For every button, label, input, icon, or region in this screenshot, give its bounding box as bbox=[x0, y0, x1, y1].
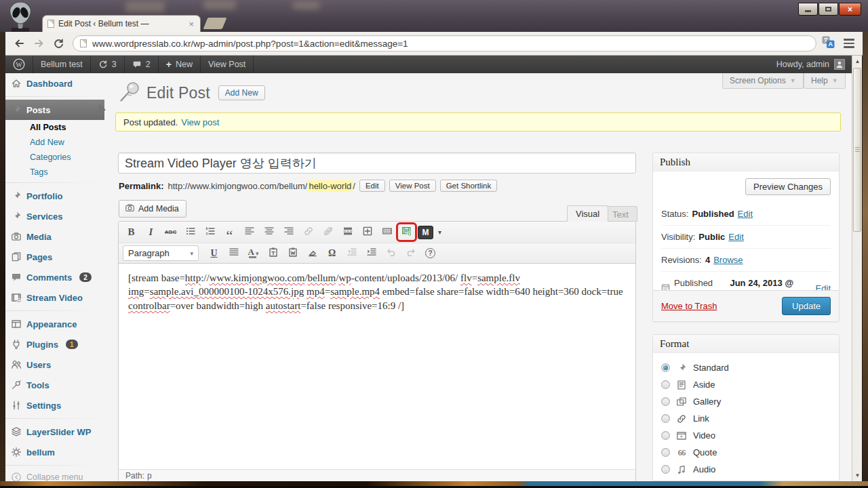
reload-icon[interactable] bbox=[53, 38, 64, 49]
back-icon[interactable] bbox=[14, 38, 25, 49]
sidebar-item-services[interactable]: Services bbox=[5, 206, 104, 226]
sidebar-item-tools[interactable]: Tools bbox=[5, 375, 104, 395]
sidebar-item-layerslider-wp[interactable]: LayerSlider WP bbox=[5, 422, 104, 442]
view-post-menu[interactable]: View Post bbox=[201, 56, 254, 73]
sidebar-item-posts[interactable]: Posts bbox=[5, 100, 104, 120]
radio-video[interactable] bbox=[661, 431, 670, 440]
page-scrollbar[interactable]: ▲ ▼ bbox=[852, 56, 862, 481]
minimize-button[interactable] bbox=[798, 3, 818, 16]
sidebar-item-tags[interactable]: Tags bbox=[5, 165, 104, 180]
view-post-link[interactable]: View post bbox=[181, 117, 219, 127]
sidebar-item-settings[interactable]: Settings bbox=[5, 395, 104, 415]
shortcodes-m-button[interactable]: M bbox=[418, 226, 433, 239]
align-left-button[interactable] bbox=[241, 224, 258, 240]
account-menu[interactable]: Howdy, admin bbox=[770, 56, 852, 73]
kitchen-sink-button[interactable] bbox=[378, 224, 395, 240]
help-button[interactable]: ? bbox=[422, 245, 439, 261]
blockquote-button[interactable]: “ bbox=[221, 224, 238, 240]
editor-content[interactable]: [stream base=http://www.kimjongwoo.com/b… bbox=[119, 264, 635, 469]
format-option-standard[interactable]: Standard bbox=[653, 359, 839, 376]
fullscreen-button[interactable] bbox=[359, 224, 376, 240]
edit-status-link[interactable]: Edit bbox=[738, 209, 753, 219]
site-name-menu[interactable]: Bellum test bbox=[33, 56, 91, 73]
paste-as-text-button[interactable] bbox=[264, 245, 281, 261]
sidebar-item-categories[interactable]: Categories bbox=[5, 150, 104, 165]
updates-menu[interactable]: 3 bbox=[91, 56, 125, 73]
scrollbar-thumb[interactable] bbox=[853, 68, 861, 232]
comments-menu[interactable]: 2 bbox=[125, 56, 159, 73]
view-post-button[interactable]: View Post bbox=[389, 180, 436, 192]
menu-icon[interactable] bbox=[844, 39, 854, 48]
radio-audio[interactable] bbox=[661, 465, 670, 474]
remove-formatting-button[interactable] bbox=[304, 245, 321, 261]
special-character-button[interactable]: Ω bbox=[323, 245, 340, 261]
address-bar[interactable]: www.wordpresslab.co.kr/wp-admin/post.php… bbox=[73, 35, 816, 52]
browser-tab[interactable]: Edit Post ‹ Bellum test — × bbox=[42, 15, 201, 32]
sidebar-item-add-new[interactable]: Add New bbox=[5, 135, 104, 150]
translate-icon[interactable]: A bbox=[822, 36, 835, 52]
scroll-up-icon[interactable]: ▲ bbox=[852, 56, 863, 66]
sidebar-item-plugins[interactable]: Plugins1 bbox=[5, 334, 104, 354]
radio-standard[interactable] bbox=[661, 363, 670, 372]
more-tag-button[interactable] bbox=[339, 224, 356, 240]
screen-options-tab[interactable]: Screen Options▼ bbox=[722, 73, 804, 89]
add-new-button[interactable]: Add New bbox=[218, 85, 265, 100]
sidebar-item-comments[interactable]: Comments2 bbox=[5, 267, 104, 287]
text-tab[interactable]: Text bbox=[604, 206, 637, 222]
forward-icon[interactable] bbox=[33, 38, 45, 49]
format-option-gallery[interactable]: Gallery bbox=[653, 393, 839, 410]
remove-link-button[interactable] bbox=[319, 224, 336, 240]
indent-button[interactable] bbox=[363, 245, 380, 261]
bulleted-list-button[interactable] bbox=[182, 224, 199, 240]
sidebar-item-dashboard[interactable]: Dashboard bbox=[5, 73, 104, 94]
sidebar-item-users[interactable]: Users bbox=[5, 354, 104, 375]
sidebar-item-appearance[interactable]: Appearance bbox=[5, 314, 104, 334]
scroll-down-icon[interactable]: ▼ bbox=[852, 470, 863, 481]
sidebar-item-all-posts[interactable]: All Posts bbox=[5, 120, 104, 135]
browse-revisions-link[interactable]: Browse bbox=[713, 255, 743, 265]
get-shortlink-button[interactable]: Get Shortlink bbox=[440, 180, 497, 192]
post-title-input[interactable] bbox=[118, 152, 636, 174]
sidebar-item-portfolio[interactable]: Portfolio bbox=[5, 186, 104, 206]
redo-button[interactable] bbox=[402, 245, 419, 261]
close-button[interactable]: × bbox=[839, 3, 861, 16]
italic-button[interactable]: I bbox=[142, 224, 159, 240]
align-center-button[interactable] bbox=[260, 224, 277, 240]
sidebar-item-pages[interactable]: Pages bbox=[5, 247, 104, 267]
sidebar-item-bellum[interactable]: bellum bbox=[5, 442, 104, 462]
radio-aside[interactable] bbox=[661, 380, 670, 389]
bold-button[interactable]: B bbox=[123, 224, 140, 240]
format-option-audio[interactable]: Audio bbox=[653, 461, 839, 478]
format-option-link[interactable]: Link bbox=[653, 410, 839, 427]
tab-close-icon[interactable]: × bbox=[187, 19, 195, 29]
undo-button[interactable] bbox=[382, 245, 399, 261]
maximize-button[interactable] bbox=[818, 3, 838, 16]
edit-permalink-button[interactable]: Edit bbox=[359, 180, 385, 192]
paragraph-select[interactable]: Paragraph▾ bbox=[123, 245, 199, 261]
outdent-button[interactable] bbox=[343, 245, 360, 261]
insert-link-button[interactable] bbox=[300, 224, 317, 240]
help-tab[interactable]: Help▼ bbox=[804, 73, 846, 89]
radio-quote[interactable] bbox=[661, 448, 670, 457]
sidebar-item-stream-video[interactable]: Stream Video bbox=[5, 287, 104, 308]
align-right-button[interactable] bbox=[280, 224, 297, 240]
add-media-button[interactable]: Add Media bbox=[119, 200, 186, 218]
stream-video-button[interactable] bbox=[398, 224, 415, 240]
update-button[interactable]: Update bbox=[782, 297, 831, 315]
underline-button[interactable]: U bbox=[205, 245, 222, 261]
sidebar-item-media[interactable]: Media bbox=[5, 226, 104, 247]
edit-visibility-link[interactable]: Edit bbox=[728, 232, 743, 242]
format-option-video[interactable]: Video bbox=[653, 427, 839, 444]
toolbar-caret-icon[interactable]: ▾ bbox=[436, 228, 443, 236]
wp-logo-menu[interactable]: W bbox=[5, 56, 33, 73]
visual-tab[interactable]: Visual bbox=[567, 205, 608, 222]
preview-changes-button[interactable]: Preview Changes bbox=[745, 178, 831, 195]
text-color-button[interactable]: A▾ bbox=[245, 245, 262, 261]
radio-gallery[interactable] bbox=[661, 397, 670, 406]
move-to-trash-link[interactable]: Move to Trash bbox=[661, 301, 717, 311]
numbered-list-button[interactable] bbox=[201, 224, 218, 240]
format-option-quote[interactable]: 66Quote bbox=[653, 444, 839, 461]
new-content-menu[interactable]: + New bbox=[159, 56, 201, 73]
strikethrough-button[interactable]: ABC bbox=[162, 224, 179, 240]
format-option-aside[interactable]: Aside bbox=[653, 376, 839, 393]
